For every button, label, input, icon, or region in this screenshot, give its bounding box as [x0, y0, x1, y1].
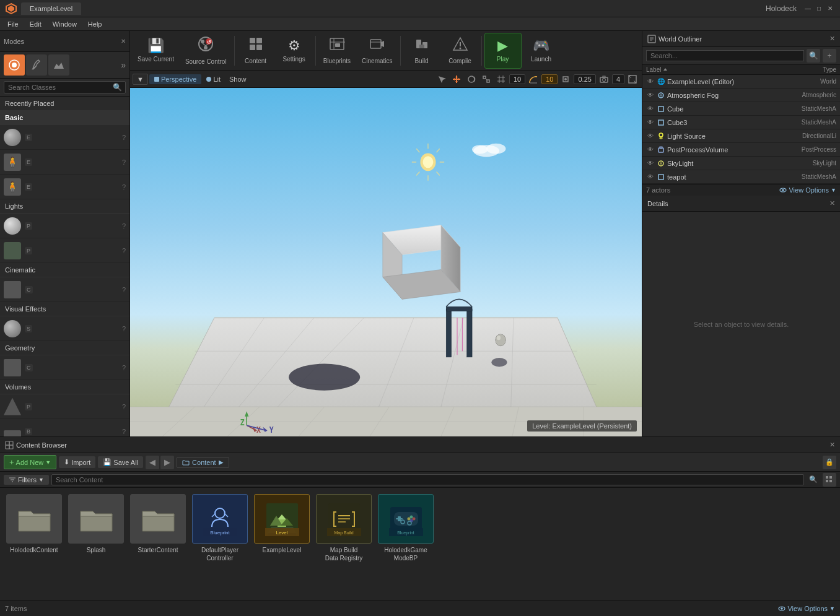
- compile-button[interactable]: Compile: [442, 33, 479, 69]
- category-basic[interactable]: Basic: [0, 111, 129, 125]
- category-visual-effects[interactable]: Visual Effects: [0, 302, 129, 316]
- row-vis-icon[interactable]: 👁: [646, 105, 655, 113]
- cb-view-toggle[interactable]: [823, 473, 836, 487]
- vp-icon-camera[interactable]: [597, 72, 611, 86]
- place-item-help[interactable]: ?: [122, 325, 126, 332]
- launch-button[interactable]: 🎮 Launch: [523, 33, 560, 69]
- place-item-help[interactable]: ?: [122, 364, 126, 371]
- blueprints-button[interactable]: Blueprints: [318, 33, 356, 69]
- show-btn[interactable]: Show: [225, 74, 250, 84]
- cb-item-holodeck-content[interactable]: HolodedkContent: [6, 494, 62, 554]
- outliner-row[interactable]: 👁 Atmospheric Fog Atmospheric: [642, 89, 840, 102]
- cb-close[interactable]: ✕: [829, 441, 835, 449]
- tab-title[interactable]: ExampleLevel: [21, 2, 81, 15]
- build-button[interactable]: Build: [403, 33, 440, 69]
- row-vis-icon[interactable]: 👁: [646, 145, 655, 154]
- vp-snap-number[interactable]: 0.25: [574, 74, 595, 84]
- vp-icon-rotate[interactable]: [465, 72, 478, 86]
- close-btn[interactable]: ✕: [825, 4, 835, 14]
- modes-expand[interactable]: »: [121, 60, 126, 70]
- place-item-light2[interactable]: P ?: [0, 238, 129, 263]
- place-item[interactable]: 🧍 E ?: [0, 150, 129, 175]
- outliner-add-btn[interactable]: +: [823, 49, 836, 63]
- cb-search-input[interactable]: [51, 474, 804, 485]
- save-all-button[interactable]: 💾 Save All: [98, 456, 143, 468]
- row-vis-icon[interactable]: 👁: [646, 91, 655, 100]
- cb-item-holodeck-gamemode-bp[interactable]: Blueprint HolodedkGame ModeBP: [378, 494, 434, 562]
- place-item-help[interactable]: ?: [122, 286, 126, 293]
- place-item-help[interactable]: ?: [122, 222, 126, 230]
- vp-grid-number[interactable]: 10: [509, 74, 525, 84]
- place-item-vol1[interactable]: P ?: [0, 394, 129, 419]
- place-item-help[interactable]: ?: [122, 158, 126, 166]
- source-control-button[interactable]: ↺ Source Control: [180, 33, 232, 69]
- vp-dropdown-btn[interactable]: ▼: [133, 74, 148, 85]
- category-volumes[interactable]: Volumes: [0, 380, 129, 394]
- save-current-button[interactable]: 💾 Save Current: [133, 33, 179, 69]
- row-vis-icon[interactable]: 👁: [646, 159, 655, 168]
- cb-path-bar[interactable]: Content ▶: [177, 457, 229, 468]
- cb-item-example-level[interactable]: Level ExampleLevel: [254, 494, 310, 554]
- category-cinematic[interactable]: Cinematic: [0, 263, 129, 277]
- menu-file[interactable]: File: [2, 19, 24, 29]
- place-item-vol2[interactable]: B ?: [0, 419, 129, 436]
- place-item-ve1[interactable]: S ?: [0, 316, 129, 341]
- outliner-row[interactable]: 👁 SkyLight SkyLight: [642, 157, 840, 170]
- category-recently-placed[interactable]: Recently Placed: [0, 97, 129, 111]
- maximize-btn[interactable]: □: [814, 4, 824, 14]
- place-item[interactable]: 🧍 E ?: [0, 175, 129, 199]
- vp-icon-maximize[interactable]: [626, 72, 639, 86]
- perspective-btn[interactable]: Perspective: [149, 74, 201, 84]
- settings-button[interactable]: ⚙ Settings: [276, 33, 313, 69]
- cb-forward-btn[interactable]: ▶: [160, 456, 174, 469]
- search-classes-input[interactable]: [4, 81, 126, 93]
- cb-search-btn[interactable]: 🔍: [807, 473, 820, 487]
- terrain-mode-icon[interactable]: [48, 54, 69, 76]
- place-item-help[interactable]: ?: [122, 403, 126, 410]
- place-mode-icon[interactable]: [4, 54, 25, 76]
- cb-item-splash[interactable]: Splash: [68, 494, 124, 554]
- place-item-help[interactable]: ?: [122, 183, 126, 191]
- vp-angle-number[interactable]: 10: [541, 74, 558, 84]
- cb-lock-btn[interactable]: 🔒: [823, 456, 836, 469]
- view-options-btn[interactable]: View Options ▼: [779, 186, 836, 194]
- outliner-row[interactable]: 👁 Cube3 StaticMeshA: [642, 116, 840, 129]
- play-button[interactable]: ▶ Play: [484, 33, 522, 69]
- category-geometry[interactable]: Geometry: [0, 341, 129, 355]
- row-vis-icon[interactable]: 👁: [646, 173, 655, 181]
- menu-help[interactable]: Help: [83, 19, 107, 29]
- cb-back-btn[interactable]: ◀: [146, 456, 159, 469]
- cb-filters-btn[interactable]: Filters ▼: [4, 475, 49, 485]
- vp-icon-snap[interactable]: [559, 72, 572, 86]
- add-new-button[interactable]: + Add New ▼: [4, 455, 56, 469]
- menu-window[interactable]: Window: [48, 19, 82, 29]
- place-item-help[interactable]: ?: [122, 134, 126, 141]
- outliner-row[interactable]: 👁 🌐 ExampleLevel (Editor) World: [642, 75, 840, 89]
- minimize-btn[interactable]: —: [803, 4, 813, 14]
- cb-item-default-player-controller[interactable]: Blueprint DefaultPlayer Controller: [192, 494, 248, 562]
- outliner-row[interactable]: 👁 PostProcessVolume PostProcess: [642, 143, 840, 157]
- row-vis-icon[interactable]: 👁: [646, 77, 655, 86]
- place-item-cin1[interactable]: C ?: [0, 277, 129, 302]
- outliner-search-input[interactable]: [646, 50, 804, 61]
- vp-icon-move[interactable]: [450, 72, 463, 86]
- content-button[interactable]: Content: [237, 33, 274, 69]
- paint-mode-icon[interactable]: [26, 54, 47, 76]
- vp-camera-number[interactable]: 4: [612, 74, 624, 84]
- place-item[interactable]: E ?: [0, 125, 129, 150]
- place-item-help[interactable]: ?: [122, 428, 126, 435]
- cb-item-example-level-builtdata[interactable]: Map Build Map Build Data Registry: [316, 494, 372, 562]
- vp-icon-scale[interactable]: [479, 72, 493, 86]
- outliner-close[interactable]: ✕: [829, 35, 835, 43]
- modes-close[interactable]: ✕: [121, 38, 126, 45]
- outliner-row[interactable]: 👁 teapot StaticMeshA: [642, 170, 840, 184]
- viewport[interactable]: Z X Y Level: ExampleLevel (Persistent): [130, 88, 642, 436]
- place-item-light1[interactable]: P ?: [0, 214, 129, 238]
- category-lights[interactable]: Lights: [0, 199, 129, 214]
- cb-item-starter-content[interactable]: StarterContent: [130, 494, 186, 554]
- place-item-help[interactable]: ?: [122, 247, 126, 254]
- menu-edit[interactable]: Edit: [25, 19, 46, 29]
- row-vis-icon[interactable]: 👁: [646, 132, 655, 141]
- outliner-row[interactable]: 👁 Light Source DirectionalLi: [642, 129, 840, 143]
- vp-icon-grid[interactable]: [494, 72, 508, 86]
